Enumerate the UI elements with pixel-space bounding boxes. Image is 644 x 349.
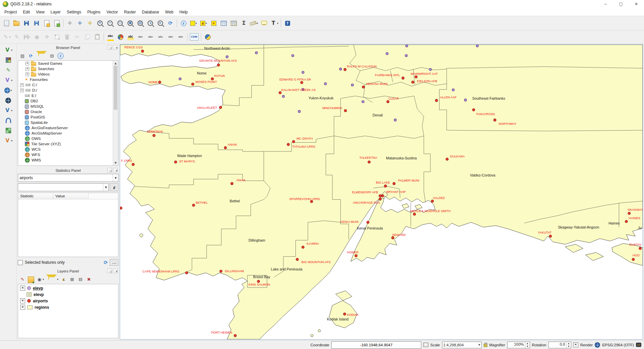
render-checkbox[interactable] bbox=[573, 342, 578, 347]
statistics-refresh-icon[interactable]: ⟳ bbox=[104, 259, 108, 266]
collapse-all-button[interactable]: ⊟ bbox=[77, 276, 84, 283]
menu-layer[interactable]: Layer bbox=[48, 9, 64, 15]
measure-button[interactable]: ▾ bbox=[249, 18, 259, 28]
paste-features-button[interactable] bbox=[93, 32, 102, 42]
statistics-layer-combo[interactable]: airports ▼ bbox=[18, 174, 118, 182]
crs-status[interactable]: EPSG:2964 (OTF) bbox=[602, 343, 634, 347]
vector-tools-button[interactable]: V▾ bbox=[3, 45, 13, 55]
move-label-button[interactable] bbox=[156, 32, 165, 42]
zoom-full-button[interactable] bbox=[115, 18, 125, 28]
browser-item-videos[interactable]: +Videos bbox=[18, 71, 118, 77]
copy-features-button[interactable] bbox=[83, 32, 92, 42]
scrollbar-thumb[interactable] bbox=[114, 66, 117, 110]
menu-help[interactable]: Help bbox=[176, 9, 191, 15]
expand-all-button[interactable]: ⊞ bbox=[68, 276, 76, 283]
offline-editing-button[interactable] bbox=[4, 55, 13, 65]
menu-edit[interactable]: Edit bbox=[20, 9, 33, 15]
cut-features-button[interactable]: ✂ bbox=[72, 32, 82, 42]
delete-selected-button[interactable] bbox=[62, 32, 72, 42]
select-by-expression-dropdown-icon[interactable]: ▾ bbox=[206, 22, 207, 25]
item-properties-button[interactable] bbox=[57, 52, 64, 59]
browser-item-spatialite[interactable]: SpatiaLite bbox=[18, 120, 118, 125]
topology-checker-button[interactable] bbox=[4, 126, 13, 135]
layer-diagram-options-button[interactable] bbox=[116, 32, 125, 42]
add-group-button[interactable] bbox=[27, 276, 35, 283]
browser-item-db2[interactable]: DB2 bbox=[18, 98, 118, 104]
text-annotation-dropdown-icon[interactable]: ▾ bbox=[277, 22, 278, 25]
new-project-button[interactable] bbox=[2, 18, 11, 28]
select-by-expression-button[interactable]: ▾ bbox=[199, 18, 208, 28]
help-button[interactable] bbox=[283, 18, 292, 28]
expander-icon[interactable]: + bbox=[20, 89, 24, 92]
metasearch-button[interactable] bbox=[203, 32, 212, 42]
minimize-button[interactable]: – bbox=[598, 0, 613, 8]
spin-arrows-icon[interactable]: ▲▼ bbox=[525, 342, 530, 348]
browser-item-e[interactable]: E:/ bbox=[18, 93, 118, 98]
statistics-field-combo[interactable]: ▼ bbox=[18, 183, 109, 191]
zoom-last-button[interactable] bbox=[146, 18, 155, 28]
browser-item-arcgismapserver[interactable]: ArcGisMapServer bbox=[18, 131, 118, 136]
layer-checkbox[interactable] bbox=[20, 286, 25, 291]
spin-arrows-icon[interactable]: ▲▼ bbox=[566, 342, 571, 348]
expander-icon[interactable]: + bbox=[25, 67, 29, 71]
browser-scrollbar[interactable]: ▲ ▼ bbox=[113, 61, 118, 165]
browser-close-button[interactable]: ✕ bbox=[113, 45, 118, 50]
messages-icon[interactable] bbox=[636, 343, 641, 347]
current-edits-dropdown-icon[interactable]: ▾ bbox=[9, 36, 11, 39]
menu-raster[interactable]: Raster bbox=[121, 9, 139, 15]
map-canvas[interactable]: Northwest ArcticNomeYukon-KoyukukDenaliS… bbox=[120, 44, 643, 340]
browser-item-tile-server-xyz[interactable]: Tile Server (XYZ) bbox=[18, 141, 118, 147]
zoom-to-layer-button[interactable] bbox=[136, 18, 145, 28]
deselect-all-button[interactable] bbox=[209, 18, 218, 28]
layer-checkbox[interactable] bbox=[20, 298, 25, 303]
geometry-tools-button[interactable]: V▾ bbox=[3, 106, 13, 115]
menu-database[interactable]: Database bbox=[139, 9, 162, 15]
identify-features-button[interactable] bbox=[179, 18, 188, 28]
menu-settings[interactable]: Settings bbox=[64, 9, 84, 15]
browser-item-wcs[interactable]: WCS bbox=[18, 147, 118, 152]
layer-row-elevp-1[interactable]: elevp bbox=[18, 291, 118, 298]
maximize-button[interactable]: ▢ bbox=[613, 0, 629, 8]
browser-item-arcgisfeatureserver[interactable]: ArcGisFeatureServer bbox=[18, 125, 118, 131]
select-features-button[interactable]: ▾ bbox=[189, 18, 198, 28]
crs-globe-icon[interactable] bbox=[595, 342, 600, 348]
node-tool-button[interactable] bbox=[52, 32, 62, 42]
pin-unpin-labels-button[interactable] bbox=[136, 32, 145, 42]
layer-row-elevp-0[interactable]: elevp bbox=[18, 285, 118, 291]
save-layer-edits-button[interactable]: ▾ bbox=[22, 32, 32, 42]
expander-icon[interactable]: + bbox=[25, 62, 29, 65]
measure-dropdown-icon[interactable]: ▾ bbox=[257, 22, 258, 25]
layer-styling-button[interactable]: ✎ bbox=[19, 276, 26, 283]
map-tips-button[interactable] bbox=[259, 18, 269, 28]
layers-close-button[interactable]: ✕ bbox=[113, 268, 118, 273]
refresh-browser-button[interactable]: ⟳ bbox=[27, 52, 35, 59]
freehand-digitize-button[interactable]: ✎ bbox=[4, 65, 13, 75]
auth-helper-button[interactable] bbox=[4, 116, 13, 125]
browser-item-ows[interactable]: OWS bbox=[18, 136, 118, 141]
scroll-down-icon[interactable]: ▼ bbox=[113, 160, 118, 165]
panel-properties-button[interactable]: ▤ bbox=[19, 52, 26, 59]
manage-themes-dropdown-icon[interactable]: ▾ bbox=[43, 278, 44, 281]
expander-icon[interactable]: + bbox=[25, 72, 29, 76]
extent-toggle-icon[interactable] bbox=[423, 343, 428, 347]
menu-vector[interactable]: Vector bbox=[104, 9, 121, 15]
current-edits-button[interactable]: ✎▾ bbox=[2, 32, 11, 42]
browser-item-searches[interactable]: +Searches bbox=[18, 66, 118, 71]
new-print-composer-button[interactable] bbox=[42, 18, 51, 28]
browser-item-wfs[interactable]: WFS bbox=[18, 152, 118, 157]
rotate-label-button[interactable] bbox=[166, 32, 175, 42]
statistics-close-button[interactable]: ✕ bbox=[113, 168, 118, 172]
move-feature-button[interactable]: ✥ bbox=[42, 32, 52, 42]
zoom-to-selection-button[interactable] bbox=[125, 18, 135, 28]
add-feature-button[interactable]: ● bbox=[32, 32, 42, 42]
select-features-dropdown-icon[interactable]: ▾ bbox=[196, 22, 197, 25]
statistics-options-button[interactable]: … bbox=[110, 259, 118, 266]
expression-builder-button[interactable]: ε bbox=[110, 183, 118, 191]
field-calculator-button[interactable] bbox=[229, 18, 238, 28]
geoprocessing-tools-button[interactable]: V▾ bbox=[3, 76, 13, 85]
web-tools-button[interactable] bbox=[4, 96, 13, 105]
layer-row-airports-2[interactable]: airports bbox=[18, 298, 118, 304]
remove-layer-button[interactable]: ✖ bbox=[85, 276, 93, 283]
browser-item-favourites[interactable]: Favourites bbox=[18, 77, 118, 82]
selected-features-only-checkbox[interactable] bbox=[18, 260, 23, 265]
